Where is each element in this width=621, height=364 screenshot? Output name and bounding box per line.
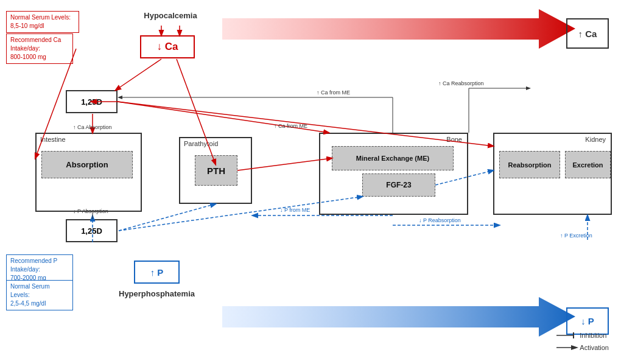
up-p-box: ↑ P [134, 261, 180, 284]
svg-text:↑ Ca Absorption: ↑ Ca Absorption [73, 124, 112, 130]
recommended-p-label: Recommended P Intake/day: 700-2000 mg [10, 257, 57, 281]
one-25d-bottom-box: 1,25D [66, 219, 118, 242]
fgf23-box: FGF-23 [362, 173, 435, 197]
activation-icon [555, 343, 580, 352]
pth-box: PTH [195, 155, 237, 186]
big-red-arrow [216, 9, 581, 49]
excretion-box: Excretion [565, 151, 611, 178]
hyperphosphatemia-label: Hyperphosphatemia [119, 289, 195, 298]
svg-marker-0 [222, 9, 575, 49]
svg-line-18 [118, 102, 329, 133]
down-ca-box: ↓ Ca [140, 35, 195, 58]
svg-line-8 [116, 59, 161, 90]
activation-label: Activation [580, 344, 609, 351]
svg-text:↑ Ca from ME: ↑ Ca from ME [274, 123, 307, 129]
normal-serum-ca-box: Normal Serum Levels: 8,5-10 mg/dl [6, 11, 79, 33]
mineral-exchange-box: Mineral Exchange (ME) [332, 146, 454, 170]
legend: Inhibition Activation [555, 331, 609, 352]
svg-text:↓ P from ME: ↓ P from ME [280, 207, 310, 213]
svg-marker-1 [222, 297, 575, 337]
recommended-ca-box: Recommended Ca Intake/day: 800-1000 mg [6, 33, 73, 64]
diagram-container: Normal Serum Levels: 8,5-10 mg/dl Recomm… [0, 0, 621, 364]
inhibition-icon [555, 331, 580, 340]
normal-serum-p-label: Normal Serum Levels: 2,5-4,5 mg/dl [10, 283, 49, 307]
reabsorption-box: Reabsorption [499, 151, 560, 178]
intestine-label: Intestine [40, 136, 66, 143]
normal-serum-ca-label: Normal Serum Levels: 8,5-10 mg/dl [10, 14, 71, 29]
up-ca-label: ↑ Ca [566, 18, 609, 49]
normal-serum-p-box: Normal Serum Levels: 2,5-4,5 mg/dl [6, 280, 73, 310]
svg-marker-5 [571, 345, 578, 350]
inhibition-label: Inhibition [580, 332, 606, 339]
svg-text:↑ P Excretion: ↑ P Excretion [560, 233, 592, 239]
legend-inhibition: Inhibition [555, 331, 609, 340]
svg-text:↑ Ca Reabsorption: ↑ Ca Reabsorption [438, 80, 484, 86]
absorption-box: Absorption [41, 151, 133, 178]
parathyroid-label: Parathyroid [184, 140, 218, 147]
svg-text:↑ Ca from ME: ↑ Ca from ME [317, 89, 350, 96]
kidney-label: Kidney [585, 136, 606, 143]
big-blue-arrow [216, 297, 581, 337]
hypocalcemia-label: Hypocalcemia [134, 11, 207, 20]
bone-label: Bone [446, 136, 462, 143]
recommended-ca-label: Recommended Ca Intake/day: 800-1000 mg [10, 37, 61, 60]
svg-text:↓ P Reabsorption: ↓ P Reabsorption [419, 217, 461, 223]
legend-activation: Activation [555, 343, 609, 352]
one-25d-top-box: 1,25D [66, 90, 118, 113]
